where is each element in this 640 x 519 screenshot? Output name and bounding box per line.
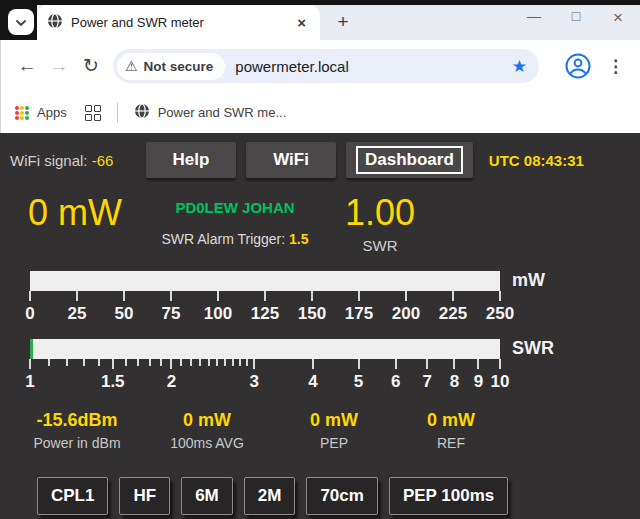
swr-meter-tick — [426, 359, 428, 369]
tab-search-button[interactable] — [8, 9, 34, 35]
swr-meter-tick — [477, 359, 479, 369]
swr-meter-tick — [125, 359, 127, 366]
hf-button[interactable]: HF — [119, 477, 170, 515]
power-meter-unit-label: mW — [512, 270, 545, 291]
help-button[interactable]: Help — [146, 142, 236, 178]
apps-grid-icon — [15, 106, 29, 120]
browser-toolbar: ← → ↻ ⚠ Not secure powermeter.local ★ ⋮ — [0, 40, 640, 92]
swr-meter-scale-label: 1.5 — [101, 372, 125, 392]
address-bar[interactable]: ⚠ Not secure powermeter.local ★ — [113, 49, 539, 83]
power-meter-scale-label: 25 — [68, 304, 87, 324]
minimize-button[interactable]: — — [526, 8, 542, 28]
readout-100ms-avg: 0 mW100ms AVG — [136, 410, 278, 451]
swr-caption: SWR — [310, 237, 450, 254]
swr-meter-tick — [246, 359, 248, 366]
power-meter-tick — [311, 291, 313, 301]
swr-meter-tick — [137, 359, 139, 366]
bookmark-star-icon[interactable]: ★ — [506, 56, 533, 77]
pep-100ms-button[interactable]: PEP 100ms — [389, 477, 508, 515]
swr-meter-tick — [453, 359, 455, 369]
power-meter-tick — [264, 291, 266, 301]
tab-strip: Power and SWR meter × + — □ × — [0, 0, 640, 40]
nav-buttons: HelpWiFiDashboard — [146, 142, 483, 178]
swr-meter-scale-label: 8 — [450, 372, 459, 392]
power-meter-tick — [217, 291, 219, 301]
6m-button[interactable]: 6M — [181, 477, 233, 515]
tab-title: Power and SWR meter — [71, 15, 293, 30]
swr-meter-tick — [149, 359, 151, 366]
reload-button[interactable]: ↻ — [75, 50, 107, 82]
power-meter-tick — [358, 291, 360, 301]
power-meter-scale-label: 75 — [162, 304, 181, 324]
swr-meter-tick — [160, 359, 162, 366]
readout-label: 100ms AVG — [136, 435, 278, 451]
back-button[interactable]: ← — [11, 50, 43, 82]
help-button-label: Help — [173, 150, 210, 170]
cpl1-button[interactable]: CPL1 — [37, 477, 108, 515]
power-meter-scale: 0255075100125150175200225250 — [30, 304, 500, 328]
readout-power-in-dbm: -15.6dBmPower in dBm — [18, 410, 136, 451]
security-chip[interactable]: ⚠ Not secure — [117, 53, 225, 80]
swr-meter-tick — [83, 359, 85, 366]
power-meter-scale-label: 100 — [204, 304, 232, 324]
swr-meter-scale-label: 2 — [167, 372, 176, 392]
utc-clock: UTC 08:43:31 — [489, 152, 584, 169]
power-meter-tick — [405, 291, 407, 301]
power-meter-scale-label: 125 — [251, 304, 279, 324]
swr-meter-tick — [224, 359, 226, 366]
power-meter-tick — [123, 291, 125, 301]
swr-meter-ticks — [30, 359, 500, 370]
apps-shortcut[interactable]: Apps — [37, 105, 67, 120]
power-meter-ticks — [30, 291, 500, 302]
swr-meter-scale-label: 6 — [391, 372, 400, 392]
swr-meter-tick — [216, 359, 218, 366]
menu-dots-icon[interactable]: ⋮ — [601, 56, 630, 77]
swr-meter-tick — [112, 359, 114, 369]
swr-meter-tick — [239, 359, 241, 366]
swr-meter-scale-label: 7 — [422, 372, 431, 392]
swr-meter-tick — [190, 359, 192, 366]
tab-close-button[interactable]: × — [293, 14, 310, 31]
power-meter: mW 0255075100125150175200225250 — [0, 270, 640, 328]
readouts-row: -15.6dBmPower in dBm0 mW100ms AVG0 mWPEP… — [0, 410, 640, 451]
collections-icon[interactable] — [85, 105, 101, 121]
swr-meter-scale-label: 3 — [250, 372, 259, 392]
swr-meter-tick — [199, 359, 201, 366]
power-meter-scale-label: 0 — [25, 304, 34, 324]
readout-pep: 0 mWPEP — [278, 410, 390, 451]
swr-meter-scale-label: 5 — [354, 372, 363, 392]
dashboard-button[interactable]: Dashboard — [346, 142, 473, 178]
70cm-button[interactable]: 70cm — [306, 477, 377, 515]
readout-value: -15.6dBm — [18, 410, 136, 431]
wifi-signal-label: WiFi signal: — [10, 152, 88, 169]
bookmarks-bar: Apps Power and SWR me... — [0, 92, 640, 133]
maximize-button[interactable]: □ — [568, 8, 584, 28]
wifi-button[interactable]: WiFi — [246, 142, 336, 178]
globe-favicon-icon — [134, 103, 150, 123]
swr-meter-tick — [395, 359, 397, 369]
bookmark-item[interactable]: Power and SWR me... — [134, 103, 287, 123]
profile-icon[interactable] — [565, 53, 591, 79]
chevron-down-icon — [15, 13, 27, 31]
browser-window: Power and SWR meter × + — □ × ← → ↻ ⚠ No… — [0, 0, 640, 519]
swr-meter-tick — [98, 359, 100, 366]
dashboard-button-label: Dashboard — [356, 146, 463, 174]
swr-meter-tick — [358, 359, 360, 369]
2m-button[interactable]: 2M — [244, 477, 296, 515]
power-meter-tick — [499, 291, 501, 301]
browser-tab[interactable]: Power and SWR meter × — [37, 5, 320, 40]
readout-label: REF — [390, 435, 512, 451]
swr-meter-scale-label: 10 — [491, 372, 510, 392]
swr-value-big: 1.00 — [310, 192, 450, 234]
close-window-button[interactable]: × — [610, 8, 626, 28]
wifi-signal: WiFi signal: -66 — [6, 152, 146, 169]
new-tab-button[interactable]: + — [330, 9, 356, 35]
readout-value: 0 mW — [390, 410, 512, 431]
bookmarks-divider — [117, 103, 118, 123]
warning-icon: ⚠ — [125, 58, 138, 74]
readout-label: Power in dBm — [18, 435, 136, 451]
swr-alarm-value: 1.5 — [289, 231, 308, 247]
url-text[interactable]: powermeter.local — [235, 58, 505, 75]
forward-button[interactable]: → — [43, 50, 75, 82]
power-meter-tick — [29, 291, 31, 301]
